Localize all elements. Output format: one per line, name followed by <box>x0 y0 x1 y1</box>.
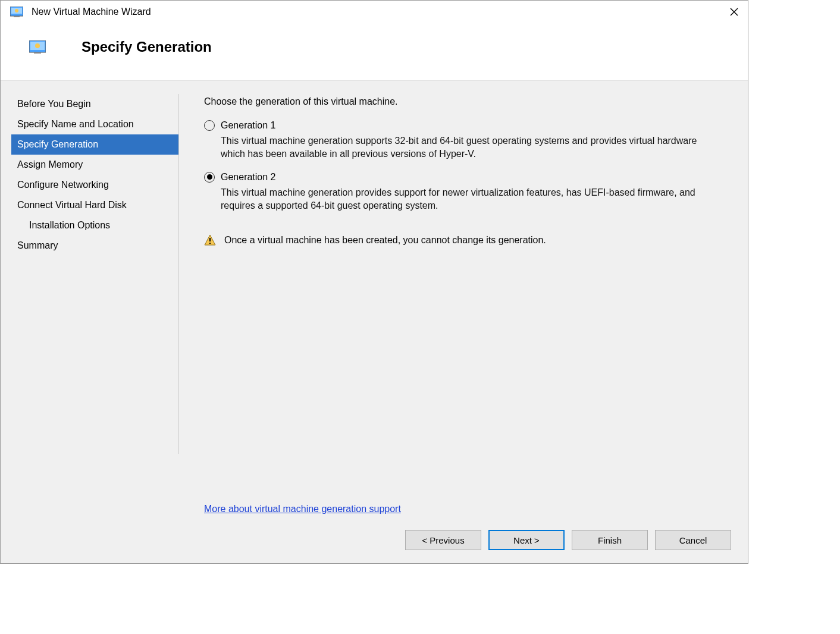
step-before-you-begin[interactable]: Before You Begin <box>11 94 178 114</box>
close-icon[interactable] <box>728 5 741 18</box>
step-connect-vhd[interactable]: Connect Virtual Hard Disk <box>11 195 178 215</box>
radio-generation-1[interactable]: Generation 1 This virtual machine genera… <box>204 120 730 161</box>
finish-button[interactable]: Finish <box>572 530 648 550</box>
wizard-footer: < Previous Next > Finish Cancel <box>1 519 748 563</box>
radio-generation-2[interactable]: Generation 2 This virtual machine genera… <box>204 172 730 213</box>
wizard-main-panel: Choose the generation of this virtual ma… <box>179 94 748 519</box>
step-specify-name-location[interactable]: Specify Name and Location <box>11 114 178 134</box>
next-button[interactable]: Next > <box>488 530 565 550</box>
instruction-text: Choose the generation of this virtual ma… <box>204 96 730 107</box>
svg-rect-11 <box>209 238 211 241</box>
generation-radio-group: Generation 1 This virtual machine genera… <box>204 120 730 246</box>
svg-point-8 <box>35 43 40 48</box>
radio-icon[interactable] <box>204 120 215 131</box>
radio-description: This virtual machine generation supports… <box>221 134 709 161</box>
radio-label: Generation 1 <box>221 120 276 131</box>
previous-button[interactable]: < Previous <box>405 530 481 550</box>
warning-text: Once a virtual machine has been created,… <box>224 235 546 246</box>
svg-point-2 <box>15 9 18 12</box>
wizard-header: Specify Generation <box>1 23 748 80</box>
svg-rect-9 <box>34 52 41 54</box>
warning-row: Once a virtual machine has been created,… <box>204 234 730 246</box>
svg-rect-12 <box>209 243 211 244</box>
cancel-button[interactable]: Cancel <box>655 530 731 550</box>
wizard-steps-sidebar: Before You Begin Specify Name and Locati… <box>1 94 179 454</box>
window-title: New Virtual Machine Wizard <box>32 7 728 17</box>
svg-rect-3 <box>14 16 20 17</box>
app-icon <box>10 7 23 17</box>
step-configure-networking[interactable]: Configure Networking <box>11 175 178 195</box>
radio-description: This virtual machine generation provides… <box>221 186 709 213</box>
link-row: More about virtual machine generation su… <box>204 504 401 514</box>
step-summary[interactable]: Summary <box>11 236 178 256</box>
titlebar: New Virtual Machine Wizard <box>1 1 748 23</box>
radio-label: Generation 2 <box>221 172 276 183</box>
page-title: Specify Generation <box>82 39 212 55</box>
more-about-link[interactable]: More about virtual machine generation su… <box>204 504 401 514</box>
radio-icon[interactable] <box>204 172 215 183</box>
warning-icon <box>204 234 216 246</box>
wizard-body: Before You Begin Specify Name and Locati… <box>1 80 748 519</box>
step-installation-options[interactable]: Installation Options <box>11 215 178 236</box>
step-assign-memory[interactable]: Assign Memory <box>11 155 178 175</box>
step-specify-generation[interactable]: Specify Generation <box>11 134 178 155</box>
header-icon <box>29 40 46 54</box>
